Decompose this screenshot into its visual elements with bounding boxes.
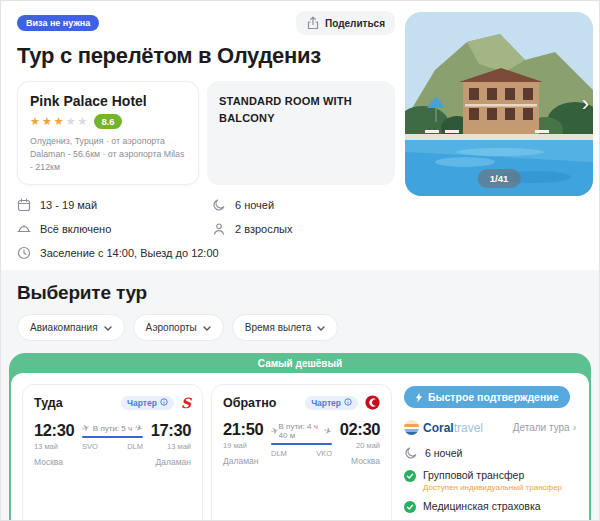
filter-airline-label: Авиакомпания	[30, 322, 98, 333]
departure-airport-code: DLM	[271, 449, 287, 458]
room-type-card: STANDARD ROOM WITH BALCONY	[207, 81, 395, 185]
charter-label: Чартер	[311, 398, 341, 408]
departure-city: Москва	[34, 457, 76, 467]
hotel-name: Pink Palace Hotel	[30, 93, 186, 109]
arrival-time: 02:30	[338, 420, 380, 439]
feature-insurance: Медицинская страховка	[404, 500, 576, 513]
detail-dates: 13 - 19 май	[17, 198, 212, 212]
detail-meal: Всё включено	[17, 222, 212, 236]
cheapest-tour-card: Самый дешёвый Туда Чартер S 12:30 13 май	[9, 353, 591, 521]
operator-name-bold: Coral	[423, 421, 454, 435]
flight-duration: В пути: 5 ч	[93, 424, 132, 433]
hotel-card: Pink Palace Hotel ★★★★★ 8.6 Олудениз, Ту…	[17, 81, 199, 185]
calendar-icon	[17, 198, 31, 212]
filter-airports[interactable]: Аэропорты	[133, 314, 224, 341]
page-title: Тур с перелётом в Олудениз	[17, 43, 395, 69]
check-icon	[404, 470, 416, 482]
arrival-date: 20 май	[338, 441, 380, 450]
cheapest-ribbon: Самый дешёвый	[9, 353, 591, 373]
chevron-down-icon	[317, 322, 325, 333]
arrival-airport-code: DLM	[127, 442, 143, 451]
inbound-charter-badge[interactable]: Чартер	[305, 396, 358, 410]
visa-badge: Виза не нужна	[17, 15, 99, 31]
tour-details-label: Детали тура	[513, 422, 570, 433]
arrival-city: Даламан	[149, 457, 191, 467]
feature-label: Медицинская страховка	[423, 500, 541, 513]
detail-meal-text: Всё включено	[40, 223, 111, 235]
hotel-photo[interactable]: 1/41 ›	[405, 12, 593, 196]
lightning-icon	[415, 392, 423, 403]
fast-confirmation-label: Быстрое подтверждение	[428, 391, 559, 403]
departure-airport-code: SVO	[82, 442, 98, 451]
detail-dates-text: 13 - 19 май	[40, 199, 97, 211]
tour-summary-section: Виза не нужна Поделиться Тур с перелётом…	[1, 1, 599, 270]
tour-details-link[interactable]: Детали тура ›	[513, 422, 576, 433]
airline-logo-southwind: S	[181, 395, 191, 411]
moon-icon	[404, 446, 418, 460]
star-icon: ★	[78, 115, 88, 128]
info-icon	[344, 398, 352, 408]
arrival-city: Москва	[338, 456, 380, 466]
info-icon	[160, 398, 168, 408]
person-icon	[212, 222, 226, 236]
departure-time: 12:30	[34, 421, 76, 440]
tour-filters: Авиакомпания Аэропорты Время вылета	[17, 314, 591, 341]
tours-title: Выберите тур	[17, 282, 591, 304]
offer-nights-text: 6 ночей	[425, 447, 462, 459]
outbound-flight-card: Туда Чартер S 12:30 13 май Москва	[22, 384, 203, 521]
share-label: Поделиться	[325, 18, 385, 29]
filter-departure-time[interactable]: Время вылета	[232, 314, 338, 341]
plane-landing-icon: ✈	[323, 425, 333, 437]
feature-note: Доступен индивидуальный трансфер	[423, 483, 562, 492]
clock-icon	[17, 246, 31, 260]
inbound-label: Обратно	[223, 396, 305, 410]
star-icon: ★	[30, 115, 40, 128]
detail-nights-text: 6 ночей	[235, 199, 274, 211]
plane-landing-icon: ✈	[134, 422, 144, 434]
detail-checkin-text: Заселение с 14:00, Выезд до 12:00	[40, 247, 219, 259]
departure-city: Даламан	[223, 456, 265, 466]
offer-summary: Быстрое подтверждение Coraltravel Детали…	[400, 384, 578, 521]
share-icon	[306, 16, 320, 30]
filter-airports-label: Аэропорты	[146, 322, 197, 333]
departure-time: 21:50	[223, 420, 265, 439]
detail-guests-text: 2 взрослых	[235, 223, 293, 235]
outbound-label: Туда	[34, 396, 121, 410]
star-icon: ★	[54, 115, 64, 128]
flight-duration: В пути: 4 ч 40 м	[279, 422, 325, 440]
coraltravel-logo: Coraltravel	[404, 418, 483, 436]
inbound-flight-card: Обратно Чартер 21:50 19 май Даламан	[211, 384, 392, 521]
airline-logo-turkish	[365, 395, 380, 410]
departure-date: 13 май	[34, 442, 76, 451]
arrival-time: 17:30	[149, 421, 191, 440]
feature-transfer: Групповой трансфер Доступен индивидуальн…	[404, 469, 576, 492]
photo-next-arrow-icon[interactable]: ›	[582, 93, 589, 115]
detail-checkin: Заселение с 14:00, Выезд до 12:00	[17, 246, 395, 260]
feature-label: Групповой трансфер	[423, 469, 524, 481]
filter-airline[interactable]: Авиакомпания	[17, 314, 125, 341]
flight-route-line	[82, 436, 143, 438]
photo-counter: 1/41	[478, 169, 521, 188]
flight-route-line	[271, 443, 332, 445]
offer-nights: 6 ночей	[404, 446, 576, 460]
arrival-date: 13 май	[149, 442, 191, 451]
meal-icon	[17, 222, 31, 236]
chevron-down-icon	[104, 322, 112, 333]
rating-badge: 8.6	[94, 114, 121, 129]
tour-selection-section: Выберите тур Авиакомпания Аэропорты Врем…	[1, 270, 599, 521]
chevron-down-icon	[203, 322, 211, 333]
tour-details: 13 - 19 май 6 ночей Всё включено 2 взрос…	[17, 198, 395, 260]
filter-departure-time-label: Время вылета	[245, 322, 311, 333]
detail-nights: 6 ночей	[212, 198, 395, 212]
arrival-airport-code: VKO	[316, 449, 332, 458]
hotel-location: Олудениз, Турция · от аэропорта Dalaman …	[30, 135, 186, 173]
outbound-charter-badge[interactable]: Чартер	[121, 396, 174, 410]
check-icon	[404, 501, 416, 513]
hotel-stars: ★★★★★ 8.6	[30, 114, 186, 129]
share-button[interactable]: Поделиться	[296, 11, 395, 35]
charter-label: Чартер	[127, 398, 157, 408]
chevron-right-icon: ›	[573, 422, 576, 433]
plane-takeoff-icon: ✈	[81, 422, 91, 434]
star-icon: ★	[66, 115, 76, 128]
operator-name-light: travel	[454, 421, 483, 435]
